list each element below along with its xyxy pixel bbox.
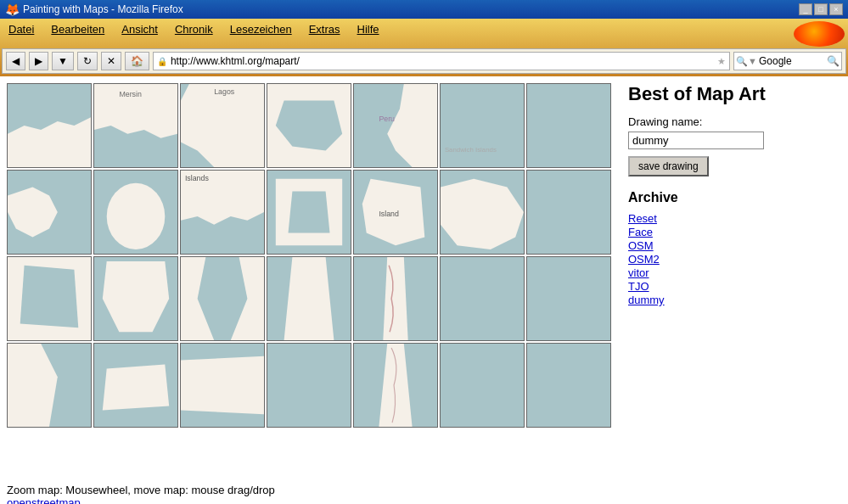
firefox-logo [794,21,845,47]
archive-link-osm[interactable]: OSM [628,239,798,252]
map-cell-11[interactable]: Island [353,170,438,255]
lock-icon: 🔒 [157,57,167,66]
search-go-button[interactable]: 🔍 [827,55,840,67]
svg-rect-56 [441,344,524,427]
map-cell-14[interactable] [7,256,92,341]
svg-marker-50 [103,365,169,411]
menu-bar: Datei Bearbeiten Ansicht Chronik Lesezei… [2,20,846,48]
history-button[interactable]: ▼ [52,52,74,70]
map-cell-0[interactable] [7,83,92,168]
svg-text:Mersin: Mersin [119,90,142,98]
forward-button[interactable]: ▶ [29,52,48,70]
menu-bearbeiten[interactable]: Bearbeiten [46,21,110,47]
menu-chronik[interactable]: Chronik [170,21,218,47]
svg-rect-16 [527,84,610,167]
menu-hilfe[interactable]: Hilfe [352,21,385,47]
page-body: Mersin Lagos Peru [0,76,848,504]
map-cell-8[interactable] [93,170,178,255]
svg-text:Lagos: Lagos [214,87,235,96]
svg-rect-46 [527,257,610,340]
svg-rect-45 [441,257,524,340]
map-cell-1[interactable]: Mersin [93,83,178,168]
title-bar-left: 🦊 Painting with Maps - Mozilla Firefox [5,3,183,16]
map-cell-26[interactable] [440,343,525,428]
map-cell-7[interactable] [7,170,92,255]
page-title: Best of Map Art [628,83,798,105]
map-cell-20[interactable] [526,256,611,341]
archive-link-face[interactable]: Face [628,226,798,238]
svg-marker-35 [20,266,79,328]
svg-rect-32 [527,171,610,254]
map-cell-15[interactable] [93,256,178,341]
menu-extras[interactable]: Extras [304,21,345,47]
map-cell-12[interactable] [440,170,525,255]
archive-link-tjo[interactable]: TJO [628,280,798,293]
map-cell-13[interactable] [526,170,611,255]
archive-title: Archive [628,190,798,205]
zoom-info-text: Zoom map: Mousewheel, move map: mouse dr… [7,484,275,496]
svg-marker-26 [289,192,330,233]
map-grid: Mersin Lagos Peru [7,83,611,470]
map-cell-9[interactable]: Islands [180,170,265,255]
stop-button[interactable]: ✕ [101,52,121,70]
window-title: Painting with Maps - Mozilla Firefox [23,3,183,15]
map-cell-25[interactable] [353,343,438,428]
map-cell-21[interactable] [7,343,92,428]
url-input[interactable] [171,55,714,67]
map-cell-16[interactable] [180,256,265,341]
map-cell-24[interactable] [267,343,351,428]
svg-rect-53 [267,344,351,427]
svg-point-20 [107,183,166,249]
osm-link[interactable]: openstreetmap [7,496,81,504]
menu-ansicht[interactable]: Ansicht [116,21,163,47]
minimize-button[interactable]: _ [799,3,812,15]
reload-button[interactable]: ↻ [77,52,98,70]
bottom-info: Zoom map: Mousewheel, move map: mouse dr… [0,477,848,504]
svg-text:Sandwich Islands: Sandwich Islands [445,146,497,154]
window-controls: _ □ × [799,3,843,15]
map-cell-18[interactable] [353,256,438,341]
map-cell-2[interactable]: Lagos [180,83,265,168]
svg-marker-42 [284,257,334,340]
search-input[interactable] [759,55,827,67]
map-cell-3[interactable] [267,83,351,168]
close-button[interactable]: × [829,3,843,15]
svg-text:Peru: Peru [379,115,395,123]
map-cell-10[interactable] [267,170,351,255]
svg-rect-14 [441,84,524,167]
map-cell-4[interactable]: Peru [353,83,438,168]
svg-marker-44 [383,257,407,340]
archive-link-reset[interactable]: Reset [628,212,798,225]
menu-lesezeichen[interactable]: Lesezeichen [225,21,297,47]
archive-links: Reset Face OSM OSM2 vitor TJO dummy [628,212,798,306]
map-cell-6[interactable] [526,83,611,168]
map-cell-19[interactable] [440,256,525,341]
svg-marker-52 [181,356,264,415]
svg-text:Island: Island [379,210,399,218]
address-bar: 🔒 ★ [153,52,730,70]
map-cell-23[interactable] [180,343,265,428]
svg-text:Islands: Islands [185,174,210,182]
content-area: Mersin Lagos Peru [0,76,848,477]
back-button[interactable]: ◀ [6,52,25,70]
svg-rect-57 [527,344,610,427]
maximize-button[interactable]: □ [814,3,828,15]
archive-link-dummy[interactable]: dummy [628,294,798,306]
map-cell-27[interactable] [526,343,611,428]
search-box: 🔍▼ 🔍 [733,52,842,70]
drawing-name-input[interactable] [628,132,764,149]
map-cell-17[interactable] [267,256,351,341]
nav-bar: ◀ ▶ ▼ ↻ ✕ 🏠 🔒 ★ 🔍▼ 🔍 [2,48,846,74]
star-icon[interactable]: ★ [717,56,726,67]
title-bar: 🦊 Painting with Maps - Mozilla Firefox _… [0,0,848,19]
menu-datei[interactable]: Datei [3,21,39,47]
search-dropdown-icon[interactable]: 🔍▼ [736,56,757,67]
map-cell-22[interactable] [93,343,178,428]
archive-link-osm2[interactable]: OSM2 [628,253,798,266]
save-drawing-button[interactable]: save drawing [628,156,709,176]
map-cell-5[interactable]: Sandwich Islands [440,83,525,168]
home-button[interactable]: 🏠 [125,52,149,70]
sidebar: Best of Map Art Drawing name: save drawi… [628,83,798,470]
archive-link-vitor[interactable]: vitor [628,266,798,279]
drawing-name-label: Drawing name: [628,115,798,128]
